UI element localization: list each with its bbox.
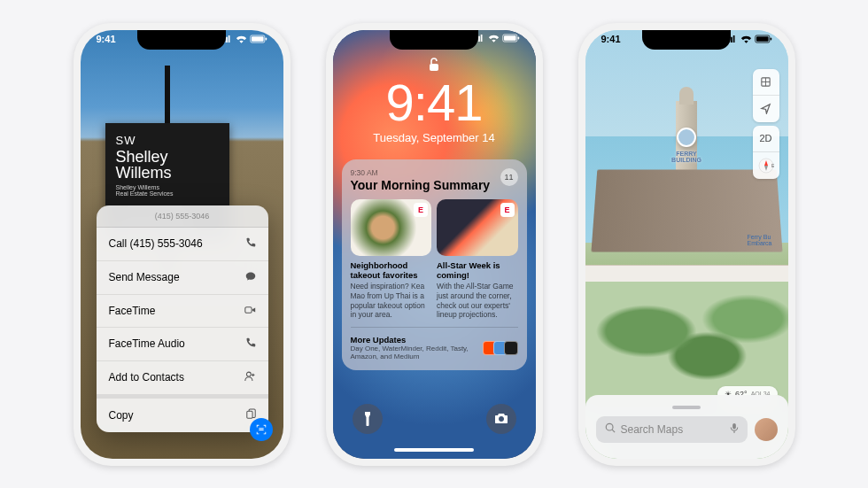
landmark-pin[interactable]	[677, 128, 696, 147]
app-icon: E	[500, 203, 515, 217]
sign-service: Shelley Willems Real Estate Services	[116, 184, 219, 197]
notch	[642, 30, 731, 50]
message-icon	[245, 271, 256, 284]
summary-card-1[interactable]: E Neighborhood takeout favorites Need in…	[351, 199, 432, 320]
sheet-grabber[interactable]	[672, 406, 701, 409]
video-icon	[244, 305, 256, 317]
svg-text:E: E	[771, 163, 774, 168]
ctx-message[interactable]: Send Message	[97, 261, 268, 295]
notification-summary[interactable]: 9:30 AM Your Morning Summary 11 E Neighb…	[342, 159, 527, 370]
ctx-call[interactable]: Call (415) 555-3046	[97, 228, 268, 261]
map-location-button[interactable]	[753, 96, 779, 122]
camera-button[interactable]	[486, 404, 516, 434]
lock-time: 9:41	[333, 73, 536, 132]
svg-rect-3	[244, 306, 251, 313]
svg-rect-11	[756, 36, 769, 42]
sign-name: Shelley Willems	[116, 149, 219, 182]
avatar[interactable]	[755, 418, 778, 441]
svg-point-16	[606, 423, 613, 430]
notch	[390, 30, 478, 50]
ctx-copy[interactable]: Copy	[97, 395, 268, 432]
phone-lock-screen: 9:41 Tuesday, September 14 9:30 AM Your …	[326, 23, 543, 466]
status-time: 9:41	[601, 34, 621, 44]
landmark-label: FERRY BUILDING	[671, 151, 701, 163]
summary-count: 11	[500, 168, 518, 186]
person-add-icon	[244, 371, 256, 384]
status-time: 9:41	[97, 34, 116, 44]
svg-rect-2	[265, 37, 267, 40]
ctx-header: (415) 555-3046	[97, 205, 268, 228]
svg-rect-1	[252, 36, 264, 42]
summary-image: E	[437, 199, 518, 256]
summary-image: E	[351, 199, 432, 256]
ctx-facetime-audio[interactable]: FaceTime Audio	[97, 328, 268, 361]
mic-icon[interactable]	[730, 422, 739, 437]
map-canvas[interactable]: FERRY BUILDING Ferry Bu Embarca 2D E ☀ 6…	[585, 30, 788, 459]
live-text-button[interactable]	[250, 418, 273, 441]
ctx-add-contact[interactable]: Add to Contacts	[97, 361, 268, 395]
svg-rect-17	[732, 422, 736, 429]
home-indicator[interactable]	[394, 448, 474, 452]
summary-timestamp: 9:30 AM	[351, 168, 518, 177]
search-input[interactable]: Search Maps	[596, 416, 748, 443]
phone-icon	[245, 237, 256, 251]
street-label: Ferry Bu Embarca	[747, 234, 771, 246]
ctx-facetime[interactable]: FaceTime	[97, 295, 268, 328]
summary-card-2[interactable]: E All-Star Week is coming! With the All-…	[437, 199, 518, 320]
svg-rect-5	[246, 411, 252, 418]
phone-maps: 9:41 FERRY BUILDING Ferry Bu Embarca	[578, 23, 795, 466]
status-indicators	[725, 34, 772, 44]
status-indicators	[221, 34, 267, 44]
search-sheet[interactable]: Search Maps	[585, 395, 788, 459]
status-indicators	[473, 34, 520, 43]
phone-icon	[245, 337, 256, 351]
flashlight-button[interactable]	[353, 404, 383, 434]
summary-title: Your Morning Summary	[351, 178, 518, 192]
phone-live-text: 9:41 SW Shelley Willems Shelley Willems …	[74, 23, 291, 466]
map-info-button[interactable]	[753, 69, 779, 96]
map-compass-button[interactable]: E	[753, 152, 779, 179]
svg-rect-8	[517, 36, 519, 39]
summary-more[interactable]: More Updates Day One, WaterMinder, Reddi…	[351, 327, 518, 361]
svg-rect-12	[770, 37, 771, 40]
svg-rect-9	[430, 64, 438, 71]
search-icon	[605, 422, 616, 436]
svg-rect-7	[504, 35, 516, 41]
more-app-icons	[486, 341, 518, 355]
notch	[137, 30, 226, 50]
sign-logo: SW	[116, 134, 219, 147]
svg-point-4	[246, 372, 251, 376]
app-icon: E	[414, 203, 428, 217]
context-menu: (415) 555-3046 Call (415) 555-3046 Send …	[97, 205, 268, 432]
lock-date: Tuesday, September 14	[333, 131, 536, 144]
map-2d-button[interactable]: 2D	[753, 126, 779, 152]
